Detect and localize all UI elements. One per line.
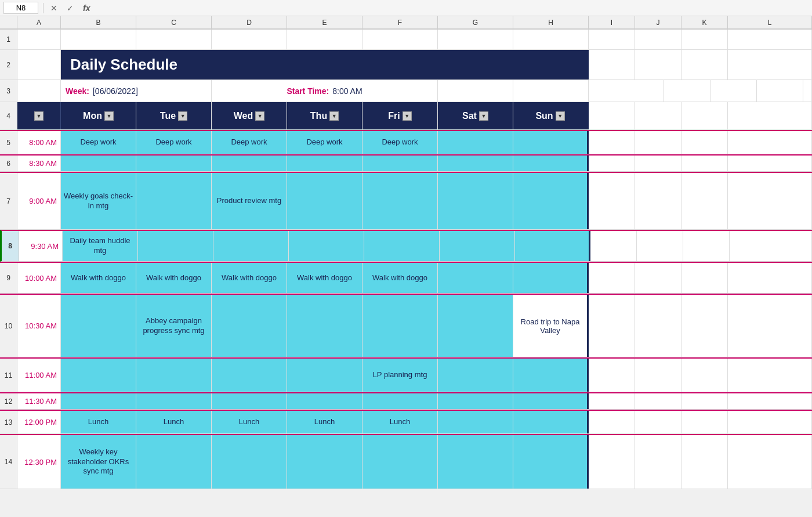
cell-9i[interactable] [589, 263, 635, 293]
event-sat-1000[interactable] [438, 263, 513, 293]
cell-14j[interactable] [635, 435, 682, 489]
sat-dropdown[interactable]: ▼ [479, 111, 488, 121]
cell-4i[interactable] [589, 102, 635, 129]
cell-7j[interactable] [635, 173, 682, 229]
event-sun-1030[interactable]: Road trip to Napa Valley [513, 295, 589, 357]
cell-9k[interactable] [682, 263, 728, 293]
event-fri-1100[interactable]: LP planning mtg [362, 359, 438, 392]
cell-12j[interactable] [635, 393, 682, 409]
cell-reference[interactable]: N8 [3, 2, 38, 14]
event-fri-1200[interactable]: Lunch [362, 411, 438, 433]
cell-8j[interactable] [637, 231, 683, 261]
event-sat-830[interactable] [438, 156, 513, 171]
cell-11i[interactable] [589, 359, 635, 392]
event-wed-830[interactable] [212, 156, 287, 171]
event-mon-1200[interactable]: Lunch [61, 411, 136, 433]
cell-14k[interactable] [682, 435, 728, 489]
cell-2a[interactable] [17, 50, 61, 79]
event-sat-800[interactable] [438, 131, 513, 154]
event-thu-900[interactable] [287, 173, 362, 229]
cell-1c[interactable] [136, 30, 212, 49]
cell-3k[interactable] [757, 80, 803, 102]
cell-14i[interactable] [589, 435, 635, 489]
cell-4k[interactable] [682, 102, 728, 129]
cell-3j[interactable] [710, 80, 757, 102]
event-wed-800[interactable]: Deep work [212, 131, 287, 154]
event-tue-1100[interactable] [136, 359, 212, 392]
cell-13k[interactable] [682, 411, 728, 433]
event-tue-900[interactable] [136, 173, 212, 229]
event-thu-1100[interactable] [287, 359, 362, 392]
cell-3l[interactable] [803, 80, 812, 102]
event-sat-930[interactable] [440, 231, 515, 261]
cell-12k[interactable] [682, 393, 728, 409]
event-sun-830[interactable] [513, 156, 589, 171]
cell-1g[interactable] [438, 30, 513, 49]
cell-1d[interactable] [212, 30, 287, 49]
cancel-icon[interactable]: ✕ [48, 3, 60, 13]
thu-dropdown[interactable]: ▼ [329, 111, 339, 121]
cell-7k[interactable] [682, 173, 728, 229]
event-fri-1030[interactable] [362, 295, 438, 357]
cell-3a[interactable] [17, 80, 61, 102]
event-thu-1130[interactable] [287, 393, 362, 409]
event-mon-930[interactable]: Daily team huddle mtg [63, 231, 138, 261]
event-sat-1030[interactable] [438, 295, 513, 357]
cell-1a[interactable] [17, 30, 61, 49]
cell-6l[interactable] [728, 156, 812, 171]
cell-3h[interactable] [589, 80, 664, 102]
cell-8k[interactable] [683, 231, 730, 261]
cell-3f[interactable] [438, 80, 513, 102]
event-fri-1130[interactable] [362, 393, 438, 409]
cell-12l[interactable] [728, 393, 812, 409]
cell-10k[interactable] [682, 295, 728, 357]
cell-5l[interactable] [728, 131, 812, 154]
event-sat-1130[interactable] [438, 393, 513, 409]
cell-13j[interactable] [635, 411, 682, 433]
event-sun-800[interactable] [513, 131, 589, 154]
header-dropdown-0[interactable]: ▼ [34, 111, 44, 121]
event-wed-1030[interactable] [212, 295, 287, 357]
event-tue-830[interactable] [136, 156, 212, 171]
cell-5j[interactable] [635, 131, 682, 154]
cell-4j[interactable] [635, 102, 682, 129]
event-wed-930[interactable] [213, 231, 289, 261]
cell-8i[interactable] [590, 231, 637, 261]
event-sat-1100[interactable] [438, 359, 513, 392]
starttime-value[interactable]: 8:00 AM [332, 86, 362, 96]
event-sat-1230[interactable] [438, 435, 513, 489]
event-tue-1000[interactable]: Walk with doggo [136, 263, 212, 293]
event-mon-830[interactable] [61, 156, 136, 171]
cell-6k[interactable] [682, 156, 728, 171]
event-wed-1000[interactable]: Walk with doggo [212, 263, 287, 293]
cell-1f[interactable] [362, 30, 438, 49]
event-wed-900[interactable]: Product review mtg [212, 173, 287, 229]
cell-1h[interactable] [513, 30, 589, 49]
event-sun-930[interactable] [515, 231, 590, 261]
event-tue-800[interactable]: Deep work [136, 131, 212, 154]
event-sun-1130[interactable] [513, 393, 589, 409]
cell-1l[interactable] [728, 30, 812, 49]
cell-13l[interactable] [728, 411, 812, 433]
cell-6i[interactable] [589, 156, 635, 171]
event-mon-1000[interactable]: Walk with doggo [61, 263, 136, 293]
mon-dropdown[interactable]: ▼ [104, 111, 114, 121]
event-fri-900[interactable] [362, 173, 438, 229]
cell-2i[interactable] [589, 50, 635, 79]
cell-2j[interactable] [635, 50, 682, 79]
event-fri-1000[interactable]: Walk with doggo [362, 263, 438, 293]
event-sat-1200[interactable] [438, 411, 513, 433]
tue-dropdown[interactable]: ▼ [178, 111, 187, 121]
event-wed-1100[interactable] [212, 359, 287, 392]
event-tue-1200[interactable]: Lunch [136, 411, 212, 433]
cell-4l[interactable] [728, 102, 812, 129]
event-fri-800[interactable]: Deep work [362, 131, 438, 154]
cell-3i[interactable] [664, 80, 710, 102]
event-thu-830[interactable] [287, 156, 362, 171]
confirm-icon[interactable]: ✓ [64, 3, 76, 13]
event-sun-900[interactable] [513, 173, 589, 229]
event-tue-1230[interactable] [136, 435, 212, 489]
event-fri-930[interactable] [364, 231, 440, 261]
cell-2k[interactable] [682, 50, 728, 79]
event-thu-1200[interactable]: Lunch [287, 411, 362, 433]
